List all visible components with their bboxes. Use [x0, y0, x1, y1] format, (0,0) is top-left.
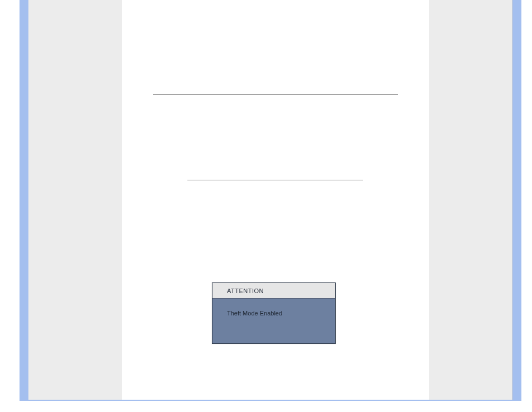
- attention-dialog: ATTENTION Theft Mode Enabled: [212, 282, 336, 344]
- dialog-title: ATTENTION: [212, 283, 335, 299]
- divider-line-1: [153, 94, 398, 95]
- dialog-message: Theft Mode Enabled: [212, 299, 335, 317]
- divider-line-2: [187, 180, 363, 180]
